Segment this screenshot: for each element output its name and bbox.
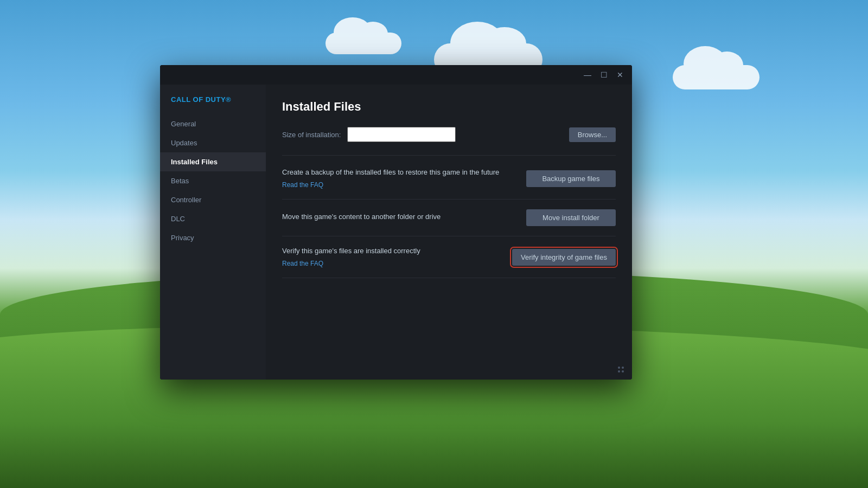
maximize-button[interactable]: ☐ — [596, 67, 611, 82]
action-row-verify: Verify this game's files are installed c… — [282, 236, 616, 278]
minimize-button[interactable]: — — [580, 67, 595, 82]
main-panel: Installed Files Size of installation: Br… — [266, 85, 632, 380]
backup-info: Create a backup of the installed files t… — [282, 168, 515, 189]
game-title: CALL OF DUTY® — [160, 95, 266, 114]
sidebar-item-general[interactable]: General — [160, 114, 266, 133]
steam-window: — ☐ ✕ CALL OF DUTY® General Updates Inst… — [160, 65, 632, 380]
dot-3 — [618, 370, 620, 373]
page-title: Installed Files — [282, 100, 616, 114]
backup-button[interactable]: Backup game files — [526, 170, 616, 187]
sidebar-item-updates[interactable]: Updates — [160, 133, 266, 152]
sidebar-item-betas[interactable]: Betas — [160, 171, 266, 190]
backup-faq-link[interactable]: Read the FAQ — [282, 181, 323, 189]
verify-faq-link[interactable]: Read the FAQ — [282, 260, 323, 267]
cloud-2 — [673, 65, 760, 89]
move-install-button[interactable]: Move install folder — [526, 209, 616, 226]
sidebar-item-privacy[interactable]: Privacy — [160, 228, 266, 247]
install-size-label: Size of installation: — [282, 131, 341, 139]
dot-4 — [622, 370, 624, 373]
install-size-value — [347, 127, 456, 142]
install-size-row: Size of installation: Browse... — [282, 127, 616, 142]
verify-integrity-button[interactable]: Verify integrity of game files — [512, 249, 616, 266]
close-button[interactable]: ✕ — [612, 67, 628, 82]
action-row-move: Move this game's content to another fold… — [282, 200, 616, 236]
divider-top — [282, 155, 616, 156]
sidebar-item-installed-files[interactable]: Installed Files — [160, 152, 266, 171]
dot-1 — [618, 367, 620, 369]
sidebar-item-controller[interactable]: Controller — [160, 190, 266, 209]
titlebar: — ☐ ✕ — [160, 65, 632, 85]
move-description: Move this game's content to another fold… — [282, 212, 515, 222]
bottom-dots — [618, 367, 624, 373]
move-info: Move this game's content to another fold… — [282, 212, 515, 224]
action-row-backup: Create a backup of the installed files t… — [282, 158, 616, 200]
sidebar-item-dlc[interactable]: DLC — [160, 209, 266, 228]
verify-info: Verify this game's files are installed c… — [282, 246, 501, 268]
content-area: CALL OF DUTY® General Updates Installed … — [160, 85, 632, 380]
backup-description: Create a backup of the installed files t… — [282, 168, 515, 177]
dot-2 — [622, 367, 624, 369]
cloud-3 — [326, 33, 401, 54]
sidebar: CALL OF DUTY® General Updates Installed … — [160, 85, 266, 380]
verify-description: Verify this game's files are installed c… — [282, 246, 501, 256]
browse-button[interactable]: Browse... — [569, 127, 616, 142]
